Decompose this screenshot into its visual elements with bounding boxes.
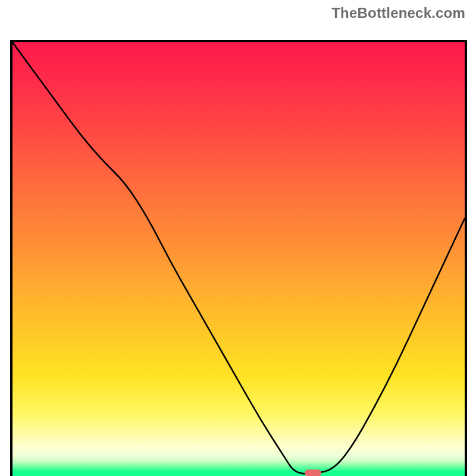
optimum-marker [305, 469, 321, 476]
gradient-background [12, 42, 465, 476]
watermark-text: TheBottleneck.com [331, 5, 465, 21]
plot-outer [2, 21, 474, 474]
chart-container: TheBottleneck.com [0, 0, 476, 476]
